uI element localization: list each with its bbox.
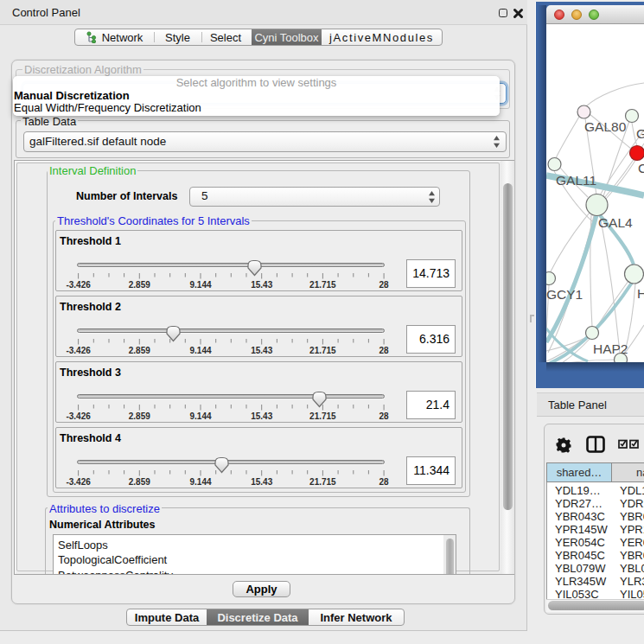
svg-text:HAP2: HAP2	[593, 341, 628, 356]
svg-text:GAL2: GAL2	[636, 126, 644, 141]
svg-text:GAL4: GAL4	[598, 215, 633, 230]
svg-text:HO: HO	[637, 286, 644, 301]
svg-text:GCY1: GCY1	[546, 287, 583, 302]
svg-text:CRP1: CRP1	[638, 161, 644, 175]
svg-text:GAL80: GAL80	[584, 119, 627, 134]
svg-text:GAL11: GAL11	[556, 173, 596, 188]
